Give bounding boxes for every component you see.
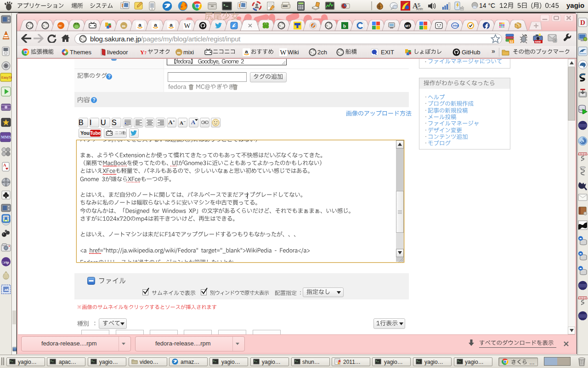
svg-text:m: m [177, 50, 181, 55]
svg-text:::rip: ::rip [2, 260, 9, 264]
svg-text:MT: MT [405, 24, 410, 28]
svg-text:?: ? [554, 39, 556, 42]
svg-text:4M: 4M [58, 24, 62, 27]
svg-text:D: D [580, 19, 585, 26]
svg-text:Y7: Y7 [140, 49, 147, 56]
svg-text:A: A [3, 163, 6, 167]
svg-text:EasyTAG: EasyTAG [1, 76, 12, 80]
svg-text:Anthy: Anthy [416, 7, 423, 11]
svg-text:m: m [122, 23, 126, 28]
svg-text:b: b [343, 23, 346, 29]
svg-text:MMS: MMS [1, 135, 11, 139]
svg-text:intel: intel [452, 24, 459, 27]
svg-text:new: new [535, 40, 542, 43]
svg-text:32: 32 [510, 40, 514, 43]
